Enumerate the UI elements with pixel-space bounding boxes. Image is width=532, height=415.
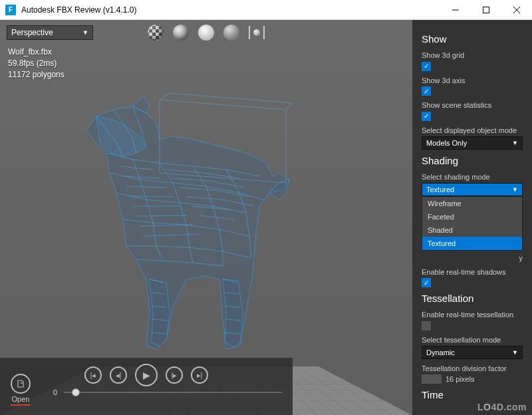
shading-option-shaded[interactable]: Shaded bbox=[422, 223, 522, 237]
tess-mode-value: Dynamic bbox=[426, 348, 455, 356]
app-icon: F bbox=[5, 5, 16, 15]
model-wolf bbox=[60, 73, 313, 359]
window-title: Autodesk FBX Review (v1.4.1.0) bbox=[21, 5, 440, 15]
open-file-label: Open bbox=[11, 395, 31, 403]
chevron-down-icon: ▼ bbox=[82, 29, 88, 36]
wireframe-sphere-icon bbox=[173, 25, 189, 41]
shading-mode-dropdown: Wireframe Faceted Shaded Textured bbox=[422, 196, 523, 251]
tess-mode-select[interactable]: Dynamic ▼ bbox=[422, 346, 523, 359]
frame-selection-icon bbox=[249, 26, 265, 39]
open-accent bbox=[11, 404, 31, 406]
stat-polygons: 11172 polygons bbox=[8, 69, 65, 80]
shadows-checkbox[interactable]: ✓ bbox=[422, 278, 431, 287]
frame-selection-button[interactable] bbox=[247, 23, 267, 43]
texture-checker-icon bbox=[148, 25, 164, 41]
shaded-sphere-button[interactable] bbox=[221, 23, 241, 43]
chevron-down-icon: ▼ bbox=[512, 140, 518, 146]
object-mode-select[interactable]: Models Only ▼ bbox=[422, 136, 523, 150]
texture-checker-button[interactable] bbox=[146, 23, 166, 43]
tess-enable-checkbox[interactable]: ✓ bbox=[422, 321, 431, 331]
show-grid-checkbox[interactable]: ✓ bbox=[422, 62, 431, 71]
tess-division-label: Tessellation division factor bbox=[422, 364, 523, 372]
shading-toolbar bbox=[146, 23, 267, 43]
show-grid-label: Show 3d grid bbox=[422, 51, 523, 59]
timeline: 0 bbox=[0, 388, 293, 402]
stat-filename: Wolf_fbx.fbx bbox=[8, 47, 65, 58]
window-controls bbox=[440, 0, 532, 19]
tessellation-heading: Tessellation bbox=[422, 293, 523, 304]
prev-frame-button[interactable]: ◂| bbox=[110, 366, 127, 384]
chevron-down-icon: ▼ bbox=[512, 349, 518, 356]
lighting-icon bbox=[198, 25, 214, 41]
timeline-thumb[interactable] bbox=[72, 388, 80, 396]
tess-mode-label: Select tessellation mode bbox=[422, 336, 523, 344]
camera-mode-select[interactable]: Perspective ▼ bbox=[7, 25, 93, 40]
shaded-sphere-icon bbox=[223, 25, 239, 41]
close-button[interactable] bbox=[501, 0, 532, 19]
open-file-icon bbox=[11, 374, 31, 394]
show-axis-checkbox[interactable]: ✓ bbox=[422, 86, 431, 96]
minimize-button[interactable] bbox=[440, 0, 471, 19]
shading-mode-value: Textured bbox=[426, 186, 454, 194]
shading-option-wireframe[interactable]: Wireframe bbox=[422, 197, 522, 210]
tess-division-value: 16 pixels bbox=[446, 375, 474, 383]
shading-mode-label: Select shading mode bbox=[422, 173, 523, 181]
shading-heading: Shading bbox=[422, 155, 523, 166]
viewport-3d[interactable]: Perspective ▼ Wolf_fbx.fbx 59.8fps (2ms)… bbox=[0, 20, 412, 415]
object-mode-value: Models Only bbox=[426, 139, 467, 147]
show-stats-checkbox[interactable]: ✓ bbox=[422, 112, 431, 121]
wireframe-sphere-button[interactable] bbox=[171, 23, 191, 43]
svg-rect-1 bbox=[483, 7, 489, 13]
shading-option-faceted[interactable]: Faceted bbox=[422, 210, 522, 223]
stat-fps: 59.8fps (2ms) bbox=[8, 58, 65, 69]
first-frame-button[interactable]: |◂ bbox=[84, 366, 102, 384]
current-frame: 0 bbox=[53, 388, 57, 396]
time-heading: Time bbox=[422, 389, 523, 400]
maximize-button[interactable] bbox=[471, 0, 501, 19]
camera-mode-value: Perspective bbox=[11, 28, 53, 37]
open-file-button[interactable]: Open bbox=[11, 374, 31, 406]
show-heading: Show bbox=[422, 33, 523, 45]
playback-controls: |◂ ◂| ▶ |▸ ▸| bbox=[0, 362, 293, 388]
show-stats-label: Show scene statistics bbox=[422, 101, 523, 109]
tess-division-slider[interactable] bbox=[422, 374, 442, 384]
playback-bar: |◂ ◂| ▶ |▸ ▸| 0 Open bbox=[0, 358, 293, 415]
tess-enable-label: Enable real-time tessellation bbox=[422, 311, 523, 319]
settings-sidebar[interactable]: Show Show 3d grid ✓ Show 3d axis ✓ Show … bbox=[412, 20, 532, 415]
show-axis-label: Show 3d axis bbox=[422, 76, 523, 84]
object-mode-label: Select displayed object mode bbox=[422, 126, 523, 134]
lighting-button[interactable] bbox=[196, 23, 216, 43]
shading-option-textured[interactable]: Textured bbox=[422, 237, 522, 250]
watermark: LO4D.com bbox=[477, 402, 527, 412]
window-titlebar: F Autodesk FBX Review (v1.4.1.0) bbox=[0, 0, 532, 20]
chevron-down-icon: ▼ bbox=[512, 186, 518, 193]
wireframe-overlay-partial: y bbox=[519, 254, 523, 262]
timeline-slider[interactable] bbox=[64, 392, 282, 393]
shading-mode-select[interactable]: Textured ▼ bbox=[422, 183, 523, 196]
next-frame-button[interactable]: |▸ bbox=[166, 366, 183, 384]
last-frame-button[interactable]: ▸| bbox=[191, 366, 208, 384]
shadows-label: Enable real-time shadows bbox=[422, 268, 523, 276]
scene-statistics: Wolf_fbx.fbx 59.8fps (2ms) 11172 polygon… bbox=[8, 47, 65, 80]
play-button[interactable]: ▶ bbox=[135, 364, 158, 386]
